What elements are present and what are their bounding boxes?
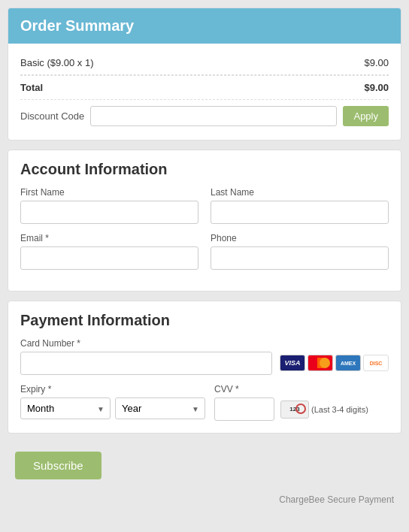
discover-icon: DISC: [363, 355, 389, 371]
cvv-input[interactable]: [214, 397, 274, 421]
subscribe-button[interactable]: Subscribe: [15, 452, 101, 479]
expiry-selects: Month 010203 040506 070809 101112 ▼ Year…: [20, 397, 205, 419]
footer-text: ChargeBee Secure Payment: [279, 494, 394, 505]
account-info-title: Account Information: [8, 150, 401, 184]
email-input[interactable]: [20, 246, 198, 270]
discount-input[interactable]: [90, 106, 337, 126]
account-info-body: First Name Last Name Email * Phone: [8, 184, 401, 291]
order-line-item: Basic ($9.00 x 1) $9.00: [20, 51, 389, 75]
phone-group: Phone: [211, 233, 389, 270]
year-select-wrapper: Year 202420252026 2027202820292030 ▼: [115, 397, 205, 419]
last-name-input[interactable]: [211, 201, 389, 224]
cvv-label: CVV *: [214, 384, 389, 394]
total-price: $9.00: [364, 82, 389, 93]
email-group: Email *: [20, 233, 198, 270]
order-summary-card: Order Summary Basic ($9.00 x 1) $9.00 To…: [8, 8, 401, 141]
expiry-cvv-row: Expiry * Month 010203 040506 070809 1011…: [20, 384, 389, 421]
payment-info-body: Card Number * VISA AMEX DISC Expiry *: [8, 335, 401, 433]
year-select[interactable]: Year 202420252026 2027202820292030: [115, 397, 205, 419]
cvv-input-row: 123 (Last 3-4 digits): [214, 397, 389, 421]
account-info-card: Account Information First Name Last Name…: [8, 150, 401, 292]
payment-info-title: Payment Information: [8, 301, 401, 335]
discount-row: Discount Code Apply: [20, 99, 389, 132]
card-number-label: Card Number *: [20, 338, 272, 349]
first-name-input[interactable]: [20, 201, 198, 224]
phone-label: Phone: [211, 233, 389, 243]
cvv-badge: 123 (Last 3-4 digits): [280, 401, 368, 419]
visa-icon: VISA: [280, 355, 305, 371]
order-summary-header: Order Summary: [8, 8, 401, 44]
cvv-hint: (Last 3-4 digits): [311, 405, 368, 414]
last-name-label: Last Name: [211, 187, 389, 198]
line-item-price: $9.00: [364, 57, 389, 68]
line-item-label: Basic ($9.00 x 1): [20, 57, 94, 68]
phone-input[interactable]: [211, 246, 389, 270]
cvv-card-icon: 123: [280, 401, 309, 419]
first-name-label: First Name: [20, 187, 198, 198]
email-phone-row: Email * Phone: [20, 233, 389, 270]
name-row: First Name Last Name: [20, 187, 389, 224]
expiry-label: Expiry *: [20, 384, 205, 394]
card-number-row: Card Number * VISA AMEX DISC: [20, 338, 389, 375]
order-summary-body: Basic ($9.00 x 1) $9.00 Total $9.00 Disc…: [8, 44, 401, 140]
amex-icon: AMEX: [335, 355, 361, 371]
apply-button[interactable]: Apply: [343, 106, 389, 126]
order-summary-title: Order Summary: [20, 17, 134, 34]
order-total-row: Total $9.00: [20, 75, 389, 99]
discount-label: Discount Code: [20, 110, 84, 122]
first-name-group: First Name: [20, 187, 198, 224]
cvv-circle-icon: [295, 404, 306, 414]
footer: ChargeBee Secure Payment: [8, 488, 401, 511]
payment-info-card: Payment Information Card Number * VISA A…: [8, 301, 401, 434]
month-select-wrapper: Month 010203 040506 070809 101112 ▼: [20, 397, 111, 419]
month-select[interactable]: Month 010203 040506 070809 101112: [20, 397, 111, 419]
subscribe-section: Subscribe: [8, 443, 401, 488]
mastercard-icon: [308, 355, 333, 371]
card-icons: VISA AMEX DISC: [280, 355, 389, 371]
card-number-input[interactable]: [20, 352, 272, 375]
email-label: Email *: [20, 233, 198, 243]
expiry-group: Expiry * Month 010203 040506 070809 1011…: [20, 384, 205, 419]
last-name-group: Last Name: [211, 187, 389, 224]
total-label: Total: [20, 82, 43, 93]
cvv-group: CVV * 123 (Last 3-4 digits): [214, 384, 389, 421]
card-number-group: Card Number *: [20, 338, 272, 375]
